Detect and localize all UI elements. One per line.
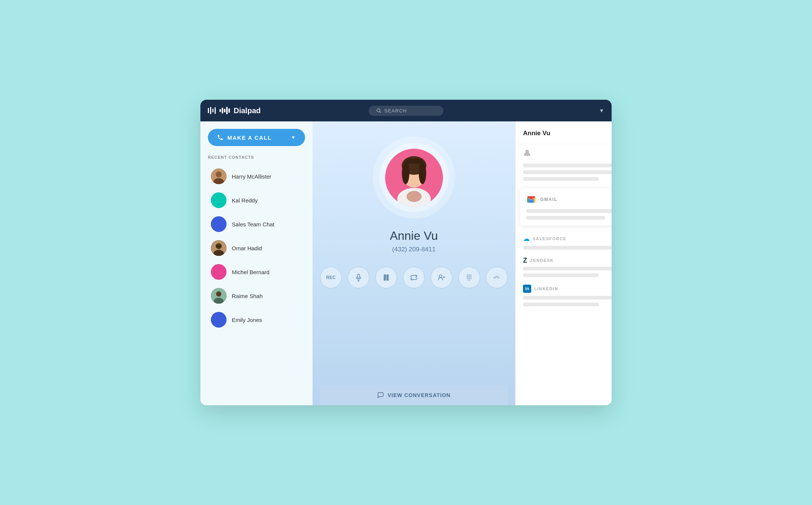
linkedin-icon: in [523, 285, 531, 293]
svg-point-8 [216, 171, 222, 177]
svg-rect-2 [224, 109, 225, 112]
contact-list: Harry McAllister Kal Reddy Sales Team Ch… [208, 165, 305, 331]
zendesk-divider: Z ZENDESK [516, 254, 612, 267]
skeleton-line [523, 273, 599, 277]
mute-button[interactable] [348, 267, 369, 288]
pause-icon [382, 273, 390, 282]
chat-icon [377, 392, 384, 399]
list-item[interactable]: Raime Shah [208, 284, 305, 307]
avatar-container [373, 136, 455, 219]
svg-point-15 [216, 291, 221, 297]
dialpad-waveform-icon [219, 107, 230, 114]
rec-button[interactable]: REC [320, 267, 342, 288]
list-item[interactable]: Omar Hadid [208, 236, 305, 260]
make-call-label: MAKE A CALL [227, 134, 272, 141]
harry-avatar [211, 168, 227, 184]
avatar [211, 192, 227, 208]
svg-point-33 [469, 275, 470, 276]
app-title: Dialpad [234, 106, 261, 115]
pause-button[interactable] [375, 267, 397, 288]
avatar [211, 216, 227, 232]
make-call-button[interactable]: MAKE A CALL ▼ [208, 129, 305, 146]
skeleton-line [523, 267, 612, 270]
view-conversation-label: VIEW CONVERSATION [388, 392, 450, 398]
right-panel-header: Annie Vu ✕ [516, 121, 612, 144]
phone-icon [217, 134, 224, 141]
end-call-button[interactable] [486, 267, 508, 288]
person-icon [516, 144, 612, 164]
skeleton-line [523, 164, 612, 167]
list-item[interactable]: Kal Reddy [208, 189, 305, 212]
coach-button[interactable] [431, 267, 452, 288]
zendesk-icon: Z [523, 257, 527, 264]
svg-point-21 [419, 162, 426, 184]
svg-point-23 [406, 191, 421, 202]
svg-point-5 [377, 109, 380, 112]
avatar [211, 264, 227, 280]
logo: Dialpad [208, 106, 261, 115]
svg-rect-12 [216, 245, 222, 247]
salesforce-label: SALESFORCE [533, 236, 566, 241]
svg-point-32 [467, 275, 468, 276]
contact-name: Omar Hadid [232, 245, 262, 251]
svg-point-20 [402, 162, 409, 184]
call-avatar [385, 149, 443, 207]
svg-point-37 [470, 276, 471, 278]
transfer-button[interactable] [403, 267, 425, 288]
avatar [211, 312, 227, 328]
avatar [211, 168, 227, 184]
skeleton-line [523, 303, 599, 306]
dropdown-chevron: ▼ [291, 135, 296, 140]
keypad-button[interactable] [458, 267, 480, 288]
logo-icon [208, 107, 216, 114]
contact-name: Sales Team Chat [232, 221, 274, 227]
linkedin-divider: in LINKEDIN [516, 282, 612, 296]
skeleton-line [526, 216, 605, 220]
linkedin-label: LINKEDIN [534, 286, 558, 291]
keypad-icon [465, 273, 473, 282]
app-window: Dialpad SEARCH ▼ MAKE A CALL ▼ RECENT CO… [200, 100, 612, 405]
list-item[interactable]: Michel Bernard [208, 260, 305, 284]
header-dropdown[interactable]: ▼ [599, 108, 604, 114]
contact-name: Michel Bernard [232, 269, 270, 275]
gmail-header: GMAIL [526, 194, 612, 205]
svg-rect-4 [228, 108, 230, 113]
call-area: Annie Vu (432) 209-8411 REC [313, 121, 515, 405]
avatar-ring-outer [373, 136, 455, 219]
svg-rect-0 [219, 109, 221, 112]
svg-rect-3 [226, 107, 228, 114]
gmail-logo [526, 194, 536, 205]
view-conversation-bar[interactable]: VIEW CONVERSATION [320, 385, 508, 405]
list-item[interactable]: Sales Team Chat [208, 213, 305, 236]
search-icon [376, 108, 381, 113]
recent-contacts-label: RECENT CONTACTS [208, 155, 305, 159]
zendesk-label: ZENDESK [530, 258, 554, 263]
contact-name: Raime Shah [232, 293, 263, 299]
svg-rect-24 [357, 274, 360, 278]
contact-name: Harry McAllister [232, 173, 271, 180]
svg-point-35 [467, 276, 468, 278]
add-user-icon [437, 273, 446, 282]
svg-point-29 [439, 275, 442, 278]
raime-avatar [211, 288, 227, 304]
call-controls: REC [320, 267, 508, 288]
skeleton-line [523, 177, 599, 181]
call-contact-phone: (432) 209-8411 [392, 246, 436, 253]
svg-line-6 [380, 112, 381, 113]
svg-point-38 [467, 278, 468, 279]
svg-point-41 [469, 280, 470, 281]
skeleton-line [523, 246, 612, 250]
svg-point-39 [469, 278, 470, 279]
search-placeholder: SEARCH [384, 108, 407, 114]
contact-name: Emily Jones [232, 317, 262, 323]
skeleton-line [523, 296, 612, 300]
omar-avatar [211, 240, 227, 256]
search-bar[interactable]: SEARCH [369, 106, 443, 116]
end-call-icon [493, 273, 501, 282]
avatar [211, 240, 227, 256]
svg-rect-1 [222, 108, 223, 114]
skeleton-line [526, 209, 612, 213]
list-item[interactable]: Emily Jones [208, 308, 305, 331]
svg-rect-28 [387, 275, 388, 281]
list-item[interactable]: Harry McAllister [208, 165, 305, 188]
